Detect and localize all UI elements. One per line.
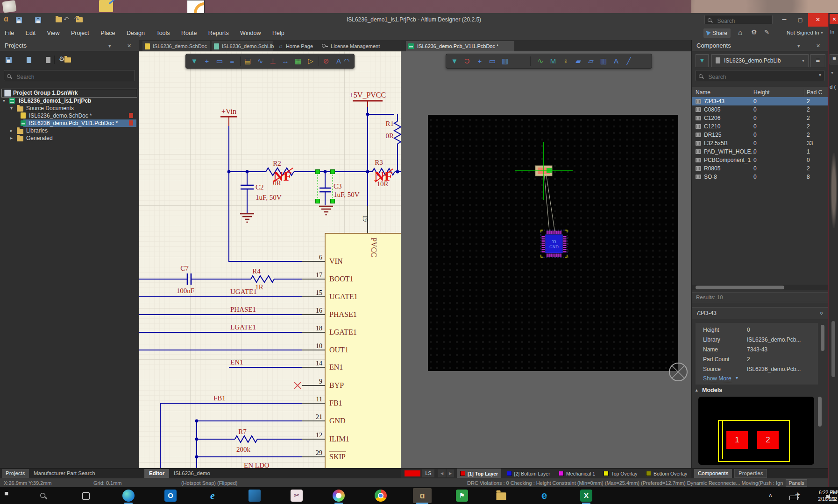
maximize-button[interactable]: ▢ xyxy=(792,13,808,27)
snap-magnet-icon[interactable]: Ɔ xyxy=(462,54,473,68)
preview-scrollbar[interactable] xyxy=(818,397,822,465)
taskbar-snip-icon[interactable]: ✂ xyxy=(291,490,303,502)
tree-row-generated[interactable]: ▸ Generated xyxy=(0,134,139,142)
active-layer-swatch[interactable] xyxy=(405,470,420,476)
settings-gear-icon[interactable]: ⚙ xyxy=(59,55,65,63)
save-all-icon[interactable] xyxy=(35,17,41,23)
tab-license-management[interactable]: License Management xyxy=(322,41,380,51)
tab-components[interactable]: Components xyxy=(694,469,732,478)
expand-icon[interactable]: ▸ xyxy=(10,127,13,134)
tray-chevron-icon[interactable]: ∧ xyxy=(768,492,773,498)
desktop-icon-card[interactable] xyxy=(187,0,205,14)
menu-help[interactable]: Help xyxy=(268,27,289,40)
component-row[interactable]: C120602 xyxy=(692,114,828,122)
tab-properties[interactable]: Properties xyxy=(734,469,767,478)
component-row[interactable]: R080502 xyxy=(692,164,828,173)
filter-button[interactable]: ▼ xyxy=(696,54,709,67)
taskbar-tool-icon[interactable]: ⚑ xyxy=(456,490,468,502)
cursor-snap-icon[interactable]: + xyxy=(201,54,213,68)
port-icon[interactable]: ▷ xyxy=(305,54,316,68)
minimize-button[interactable]: – xyxy=(776,13,792,27)
taskbar-edge-icon[interactable] xyxy=(122,490,135,502)
cursor-snap-icon[interactable]: + xyxy=(474,54,485,68)
tune-icon[interactable]: M xyxy=(547,54,559,68)
layer-tab-top[interactable]: [1] Top Layer xyxy=(457,469,501,478)
tab-schlib[interactable]: ISL6236_demo.SchLib xyxy=(212,41,273,51)
projects-search-box[interactable] xyxy=(4,70,135,81)
customize-icon[interactable]: ✎ xyxy=(764,28,769,35)
tab-projects[interactable]: Projects xyxy=(2,469,29,478)
desktop-icon-paper[interactable] xyxy=(2,0,16,13)
place-wire-icon[interactable]: ∿ xyxy=(255,54,266,68)
layer-tab-bottom[interactable]: [2] Bottom Layer xyxy=(504,469,554,478)
tree-row-schdoc[interactable]: ISL6236_demo.SchDoc * xyxy=(0,112,139,119)
taskbar-search-button[interactable] xyxy=(41,492,46,500)
tree-row-source-documents[interactable]: ▾ Source Documents xyxy=(0,105,139,112)
show-more-chevron-icon[interactable]: ▾ xyxy=(736,375,738,380)
share-button[interactable]: Share xyxy=(703,28,731,38)
close-button[interactable]: ✕ xyxy=(808,13,828,27)
sheet-symbol-icon[interactable]: ▦ xyxy=(292,54,304,68)
taskbar-excel-icon[interactable]: X xyxy=(580,490,592,502)
place-part-icon[interactable]: ▤ xyxy=(242,54,253,68)
footprint-preview[interactable]: 1 2 xyxy=(698,397,814,465)
tree-row-pcbdoc[interactable]: ISL6236_demo.Pcb_V1I1.PcbDoc * xyxy=(0,119,139,127)
explorer-folder-icon[interactable] xyxy=(64,57,71,63)
h-scrollbar[interactable] xyxy=(692,285,828,290)
save-icon[interactable] xyxy=(16,17,22,23)
menu-view[interactable]: View xyxy=(43,27,64,40)
layer-stack-icon[interactable]: ▥ xyxy=(499,54,511,68)
text-icon[interactable]: A xyxy=(611,54,622,68)
selected-component-bar[interactable]: 7343-43 » xyxy=(692,307,828,319)
search-chevron-icon[interactable]: ▾ xyxy=(819,72,821,77)
components-table-header[interactable]: Name Height Pad C xyxy=(692,87,828,98)
panel-dropdown-icon[interactable]: ▾ xyxy=(797,40,800,51)
component-row[interactable]: DR12502 xyxy=(692,131,828,139)
panel-close-icon[interactable]: ✕ xyxy=(816,40,820,51)
details-scrollbar[interactable] xyxy=(821,323,824,385)
menu-tools[interactable]: Tools xyxy=(151,27,174,40)
tab-doc-name[interactable]: ISL6236_demo xyxy=(174,469,210,478)
h-scrollbar-thumb[interactable] xyxy=(696,286,784,289)
signin-chevron-icon[interactable]: ▾ xyxy=(821,30,823,35)
title-bar[interactable]: ɑ ↶ ↷ ISL6236_demo1_is1.PrjPcb - Altium … xyxy=(0,13,828,27)
menu-file[interactable]: File xyxy=(0,27,19,40)
taskbar-explorer-icon[interactable] xyxy=(497,492,506,500)
taskbar-altium-icon[interactable]: ɑ xyxy=(416,490,428,502)
panel-close-icon[interactable]: ✕ xyxy=(127,40,131,51)
align-icon[interactable]: ≡ xyxy=(227,54,238,68)
room-icon[interactable]: ▱ xyxy=(585,54,597,68)
menu-route[interactable]: Route xyxy=(177,27,201,40)
component-row[interactable]: L32.5x5B033 xyxy=(692,139,828,147)
component-row[interactable]: C121002 xyxy=(692,122,828,131)
component-row[interactable]: SO-808 xyxy=(692,173,828,181)
menu-project[interactable]: Project xyxy=(66,27,94,40)
collapse-chevron-icon[interactable]: » xyxy=(816,311,827,315)
line-icon[interactable]: ╱ xyxy=(623,54,634,68)
panel-dropdown-icon[interactable]: ▾ xyxy=(108,40,111,51)
expand-icon[interactable]: ▾ xyxy=(3,97,5,105)
select-area-icon[interactable]: ▭ xyxy=(487,54,498,68)
no-erc-icon[interactable]: ⊘ xyxy=(320,54,332,68)
taskbar-edge2-icon[interactable]: e xyxy=(538,490,550,502)
schematic-canvas[interactable]: +Vin +5V_PVCC xyxy=(139,51,401,468)
component-row[interactable]: PCBComponent_100 xyxy=(692,156,828,164)
show-more-link[interactable]: Show More xyxy=(703,375,731,382)
signin-label[interactable]: Not Signed In xyxy=(787,30,819,35)
components-search-box[interactable]: ▾ xyxy=(696,70,824,81)
models-section-header[interactable]: ▴ Models xyxy=(692,385,828,395)
filter-icon[interactable]: ▼ xyxy=(189,54,200,68)
tab-home-page[interactable]: ⌂ Home Page xyxy=(279,41,313,51)
gear-icon[interactable]: ⚙ xyxy=(751,28,757,36)
expand-icon[interactable]: ▾ xyxy=(10,105,13,112)
taskbar-chrome-icon[interactable] xyxy=(375,490,387,502)
layer-tab-top-overlay[interactable]: Top Overlay xyxy=(600,469,640,478)
panels-button[interactable]: Panels xyxy=(786,479,807,487)
start-button[interactable] xyxy=(5,492,12,499)
via-icon[interactable]: ♀ xyxy=(560,54,571,68)
tree-row-group[interactable]: Project Group 1.DsnWrk xyxy=(1,89,137,98)
pcb-canvas[interactable]: 33 GND xyxy=(401,51,692,468)
tab-pcbdoc[interactable]: ISL6236_demo.Pcb_V1I1.PcbDoc * xyxy=(406,41,514,51)
components-search-input[interactable] xyxy=(707,73,795,81)
col-pads[interactable]: Pad C xyxy=(807,87,822,98)
